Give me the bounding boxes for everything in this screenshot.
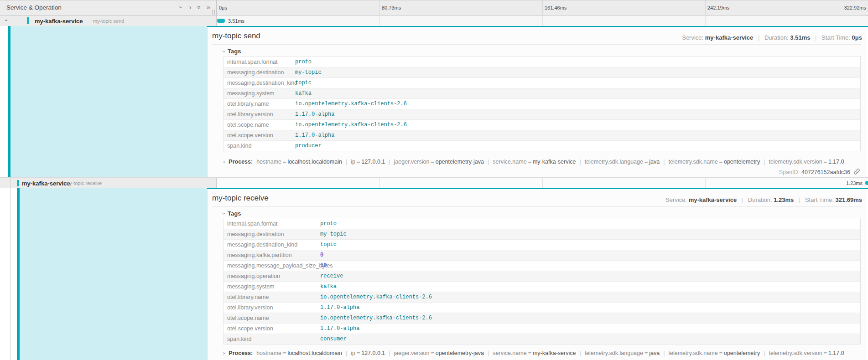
process-section-header[interactable]: ›Process:hostname=localhost.localdomain|… <box>223 158 844 165</box>
tag-key: otel.library.version <box>223 111 273 118</box>
chevron-right-icon: › <box>223 350 225 356</box>
tags-table: internal.span.formatprotomessaging.desti… <box>223 56 861 151</box>
tag-row: span.kindconsumer <box>223 334 860 344</box>
span-color-bar <box>17 180 19 186</box>
tag-value: my-topic <box>295 69 322 76</box>
span-row-receive-timeline-cell[interactable]: 1.23ms <box>217 178 868 188</box>
tags-section-label: Tags <box>228 210 241 217</box>
process-item: hostname=localhost.localdomain <box>256 159 342 165</box>
expand-all-icon[interactable]: » <box>205 4 212 11</box>
meta-service-value: my-kafka-service <box>705 34 754 41</box>
collapse-children-icon[interactable]: › <box>5 17 7 24</box>
process-item: jaeger.version=opentelemetry-java <box>394 350 484 356</box>
span-detail-strip-receive: my-topic receive Service: my-kafka-servi… <box>0 188 868 360</box>
tag-row: otel.library.nameio.opentelemetry.kafka-… <box>223 292 860 302</box>
meta-duration-label: Duration: <box>748 196 772 203</box>
process-label: Process: <box>229 159 253 165</box>
tag-key: messaging.system <box>223 283 275 290</box>
collapse-one-icon[interactable]: › <box>178 4 184 11</box>
tags-table: internal.span.formatprotomessaging.desti… <box>223 218 861 345</box>
span-bar-duration-label: 1.23ms <box>846 180 863 186</box>
process-items: hostname=localhost.localdomain|ip=127.0.… <box>256 159 844 165</box>
process-item: ip=127.0.0.1 <box>351 159 385 165</box>
tag-row: messaging.destination_kindtopic <box>223 77 860 88</box>
process-separator: | <box>385 159 394 165</box>
chevron-down-icon: › <box>221 213 227 215</box>
service-operation-title: Service & Operation <box>6 4 62 11</box>
meta-duration-value: 3.51ms <box>790 34 810 41</box>
gridline <box>379 15 380 26</box>
tag-key: messaging.destination_kind <box>223 242 297 248</box>
chevron-down-icon: › <box>221 51 227 52</box>
tag-value: kafka <box>295 90 312 97</box>
process-section-header[interactable]: ›Process:hostname=localhost.localdomain|… <box>223 350 844 356</box>
process-item: telemetry.sdk.version=1.17.0 <box>769 159 844 165</box>
process-item: jaeger.version=opentelemetry-java <box>394 159 484 165</box>
process-separator: | <box>660 159 668 165</box>
tag-value: topic <box>295 80 312 86</box>
collapse-all-icon[interactable]: » <box>196 4 203 11</box>
span-service-name: my-kafka-service <box>22 180 70 187</box>
gridline <box>705 178 706 188</box>
tag-key: otel.scope.name <box>223 122 269 128</box>
tag-key: messaging.destination_kind <box>223 80 297 86</box>
tag-key: otel.library.name <box>223 101 269 107</box>
ruler-tick-line <box>542 0 543 15</box>
tag-row: messaging.systemkafka <box>223 88 860 98</box>
span-row-receive: my-kafka-service my-topic receive 1.23ms <box>0 178 868 188</box>
column-resize-grippy[interactable] <box>212 10 215 15</box>
meta-start-value: 0μs <box>852 34 862 41</box>
tag-key: otel.scope.version <box>223 132 273 139</box>
span-id-value: 407276152aafdc36 <box>801 169 850 175</box>
tag-key: otel.scope.name <box>223 315 269 321</box>
span-detail-strip-send: my-topic send Service: my-kafka-service … <box>0 26 868 178</box>
tag-row: messaging.kafka.partition0 <box>223 250 860 260</box>
tag-row: otel.scope.version1.17.0-alpha <box>223 323 860 334</box>
span-row-send: › my-kafka-service my-topic send 3.51ms <box>0 15 868 26</box>
meta-service-value: my-kafka-service <box>689 196 737 203</box>
process-separator: | <box>760 159 769 165</box>
tag-value: 1.17.0-alpha <box>295 132 334 139</box>
ruler-tick-label: 0μs <box>219 5 227 10</box>
span-bar-receive[interactable] <box>865 181 868 185</box>
tag-key: otel.library.name <box>223 294 269 300</box>
tag-row: otel.library.nameio.opentelemetry.kafka-… <box>223 98 860 109</box>
tags-section-header[interactable]: ›Tags <box>223 48 241 55</box>
tag-row: messaging.destinationmy-topic <box>223 67 860 77</box>
span-row-send-timeline-cell[interactable]: 3.51ms <box>217 15 868 26</box>
span-detail-card-receive: my-topic receive Service: my-kafka-servi… <box>207 189 866 360</box>
tag-value: kafka <box>320 283 337 290</box>
process-label: Process: <box>229 350 253 356</box>
ruler-tick-line <box>705 0 706 15</box>
chevron-right-icon: › <box>223 158 225 165</box>
tag-row: messaging.message_payload_size_bytes10 <box>223 260 860 271</box>
meta-duration-label: Duration: <box>764 34 789 41</box>
tags-section-header[interactable]: ›Tags <box>223 210 241 217</box>
gridline <box>542 178 543 188</box>
meta-start-label: Start Time: <box>821 34 850 41</box>
tag-value: producer <box>295 143 322 149</box>
span-row-receive-name-cell[interactable]: my-kafka-service my-topic receive <box>0 178 217 188</box>
tag-value: 1.17.0-alpha <box>295 111 334 118</box>
detail-divider <box>212 44 861 45</box>
timeline-ruler: 0μs 80.73ms 161.46ms 242.19ms 322.92ms <box>217 0 868 15</box>
span-bar-send[interactable] <box>217 19 225 23</box>
meta-separator: | <box>795 196 803 203</box>
expanded-span-column[interactable] <box>20 188 207 360</box>
tree-indent-guide <box>8 188 8 360</box>
tag-row: internal.span.formatproto <box>223 57 860 67</box>
tag-row: messaging.destinationmy-topic <box>223 229 860 239</box>
tag-key: messaging.operation <box>223 273 280 279</box>
detail-title: my-topic send <box>212 31 260 41</box>
tree-indent-guide <box>10 178 10 188</box>
meta-separator: | <box>738 196 746 203</box>
expand-one-icon[interactable]: › <box>187 4 193 11</box>
expand-collapse-controls: › › » » <box>178 4 212 11</box>
tag-key: internal.span.format <box>223 59 277 65</box>
tag-row: messaging.destination_kindtopic <box>223 239 860 250</box>
tag-key: messaging.message_payload_size_bytes <box>223 262 333 269</box>
span-row-send-name-cell[interactable]: › my-kafka-service my-topic send <box>0 15 217 26</box>
tag-value: 1.17.0-alpha <box>320 325 359 332</box>
expanded-span-column[interactable] <box>10 26 207 177</box>
link-icon[interactable] <box>853 168 860 176</box>
